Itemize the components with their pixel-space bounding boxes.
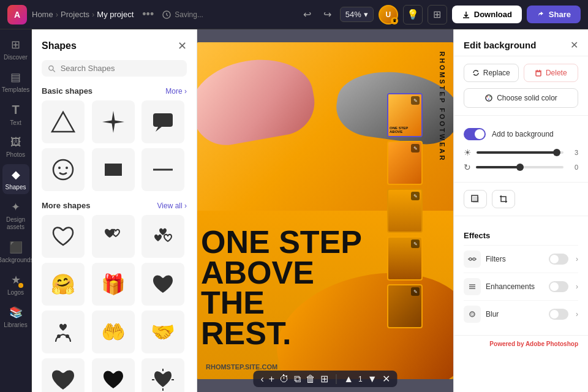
shape-star4[interactable] xyxy=(92,100,135,143)
shape-heart-fill[interactable] xyxy=(92,358,135,392)
heart-solid-icon xyxy=(151,272,175,296)
slider1-row: ☀ 3 xyxy=(464,145,578,160)
sidebar-item-backgrounds[interactable]: ⬛ Backgrounds xyxy=(2,237,29,267)
slider2-row: ↻ 0 xyxy=(464,160,578,175)
prev-page-button[interactable]: ‹ xyxy=(260,374,263,385)
shape-hearts-triple[interactable] xyxy=(141,215,184,258)
search-wrap xyxy=(32,58,197,84)
add-to-background-toggle[interactable] xyxy=(464,128,486,140)
shape-line[interactable] xyxy=(141,148,184,191)
grid-button[interactable]: ⊞ xyxy=(428,5,447,24)
svg-point-11 xyxy=(57,334,61,338)
undo-button[interactable]: ↩ xyxy=(300,6,315,23)
shape-people-hug[interactable]: 🤗 xyxy=(42,263,85,306)
slider1-track[interactable] xyxy=(477,151,564,154)
shape-smiley[interactable] xyxy=(42,148,85,191)
shape-speech[interactable] xyxy=(141,100,184,143)
right-panel: Edit background ✕ Replace Delete Choose … xyxy=(453,29,588,392)
sidebar-item-logos[interactable]: ★+ Logos xyxy=(2,270,29,300)
download-button[interactable]: Download xyxy=(452,6,522,23)
svg-point-23 xyxy=(489,96,491,97)
more-shapes-label: More shapes xyxy=(42,201,90,210)
copy-page-button[interactable]: ⧉ xyxy=(294,374,301,385)
slider2-track[interactable] xyxy=(476,166,564,168)
svg-point-28 xyxy=(473,258,475,260)
canvas-thumbnails: ONE STEPABOVE ✎ ✎ ✎ xyxy=(387,93,423,328)
shape-heart-solid[interactable] xyxy=(141,263,184,306)
redo-button[interactable]: ↪ xyxy=(320,6,335,23)
add-page-button[interactable]: + xyxy=(269,374,274,385)
search-input[interactable] xyxy=(61,64,181,73)
thumbnail-3[interactable]: ✎ xyxy=(387,189,423,233)
shape-handshake[interactable]: 🤝 xyxy=(141,311,184,353)
thumb-edit-icon: ✎ xyxy=(413,98,418,104)
grid-view-button[interactable]: ⊞ xyxy=(320,373,328,385)
shape-sparkle-heart[interactable] xyxy=(141,358,184,392)
view-all-link[interactable]: View all › xyxy=(157,202,187,210)
close-pagination-button[interactable]: ✕ xyxy=(382,373,390,385)
shape-heart-big[interactable] xyxy=(42,358,85,392)
thumbnail-2[interactable]: ✎ xyxy=(387,141,423,185)
breadcrumb-home[interactable]: Home xyxy=(32,10,53,19)
filters-label: Filters xyxy=(486,255,544,263)
more-options-button[interactable]: ••• xyxy=(138,6,157,23)
filters-toggle[interactable] xyxy=(549,254,568,265)
brightness-icon: ☀ xyxy=(464,148,472,157)
shape-heart-outline[interactable] xyxy=(42,215,85,258)
delete-button[interactable]: Delete xyxy=(524,64,579,82)
enhancements-chevron[interactable]: › xyxy=(576,282,578,291)
share-button[interactable]: Share xyxy=(527,6,581,23)
sidebar-item-templates[interactable]: ▤ Templates xyxy=(2,67,29,97)
choose-solid-color-button[interactable]: Choose solid color xyxy=(464,88,578,108)
thumbnail-5[interactable]: ✎ xyxy=(387,284,423,328)
filters-chevron[interactable]: › xyxy=(576,255,578,263)
sidebar-item-text[interactable]: T Text xyxy=(2,99,29,130)
panel-header: Shapes ✕ xyxy=(32,29,197,58)
timer-button[interactable]: ⏱ xyxy=(279,374,289,385)
replace-button[interactable]: Replace xyxy=(464,64,519,82)
panel-close-button[interactable]: ✕ xyxy=(178,39,187,53)
sidebar-item-design-assets[interactable]: ✦ Design assets xyxy=(2,197,29,235)
basic-shapes-more[interactable]: More › xyxy=(165,87,187,96)
canvas-area[interactable]: ↩ 🗑 RHOMSTEP FOOTWEAR RHOMSTEP.SITE.COM xyxy=(197,29,453,392)
shadow-button[interactable] xyxy=(464,190,487,208)
breadcrumb-projects[interactable]: Projects xyxy=(61,10,89,19)
lightbulb-button[interactable]: 💡 xyxy=(403,5,423,24)
sidebar-item-photos[interactable]: 🖼 Photos xyxy=(2,132,29,162)
shape-triangle[interactable] xyxy=(42,100,85,143)
shape-heart-hand2[interactable]: 🤲 xyxy=(92,311,135,353)
shape-heart-hands[interactable] xyxy=(42,311,85,353)
shape-gift-people[interactable]: 🎁 xyxy=(92,263,135,306)
delete-page-button[interactable]: 🗑 xyxy=(306,374,315,385)
basic-shapes-header: Basic shapes More › xyxy=(32,84,197,100)
main-text: ONE STEP ABOVE THE REST. xyxy=(201,227,417,349)
blur-toggle[interactable] xyxy=(549,309,568,320)
svg-marker-3 xyxy=(52,112,74,132)
enhancements-label: Enhancements xyxy=(486,282,544,291)
blur-label: Blur xyxy=(486,310,544,318)
next-arrow-button[interactable]: ▼ xyxy=(368,374,377,385)
sidebar-item-discover[interactable]: ⊞ Discover xyxy=(2,34,29,64)
right-panel-close-button[interactable]: ✕ xyxy=(570,39,578,51)
share-icon xyxy=(537,10,545,19)
avatar[interactable]: U ♛ xyxy=(379,5,398,24)
triangle-icon xyxy=(51,110,75,134)
left-sidebar: ⊞ Discover ▤ Templates T Text 🖼 Photos ◆… xyxy=(0,29,32,392)
shape-square[interactable] xyxy=(92,148,135,191)
topbar: A Home › Projects › My project ••• Savin… xyxy=(0,0,588,29)
thumbnail-4[interactable]: ✎ xyxy=(387,236,423,281)
blur-chevron[interactable]: › xyxy=(576,310,578,318)
shape-hearts-double[interactable] xyxy=(92,215,135,258)
sidebar-item-libraries[interactable]: 📚 Libraries xyxy=(2,302,29,332)
thumb2-edit-icon: ✎ xyxy=(413,146,418,151)
crop-button[interactable] xyxy=(492,190,515,208)
app-logo[interactable]: A xyxy=(7,5,27,24)
svg-rect-17 xyxy=(536,72,541,76)
prev-arrow-button[interactable]: ▲ xyxy=(344,374,353,385)
enhancements-toggle[interactable] xyxy=(549,281,568,292)
sidebar-item-shapes[interactable]: ◆ Shapes xyxy=(2,164,29,194)
blur-icon xyxy=(464,306,481,323)
thumbnail-1[interactable]: ONE STEPABOVE ✎ xyxy=(387,93,423,137)
breadcrumb-current[interactable]: My project xyxy=(97,10,134,19)
zoom-select[interactable]: 54% ▾ xyxy=(340,7,374,22)
